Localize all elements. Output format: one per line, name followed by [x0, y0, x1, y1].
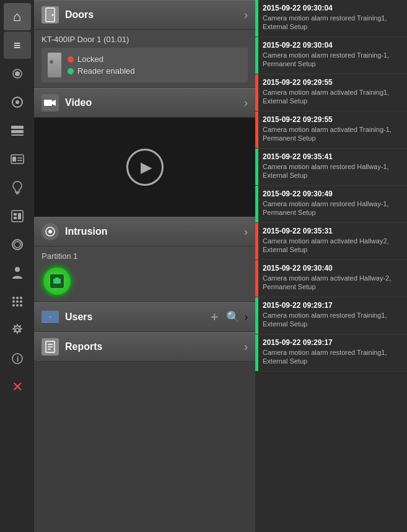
sidebar-home-icon[interactable]: ⌂ [4, 3, 31, 30]
event-timestamp: 2015-09-22 09:29:17 [263, 338, 402, 347]
reports-icon [42, 338, 59, 355]
users-search-icon[interactable]: 🔍 [226, 310, 240, 324]
event-description: Camera motion alarm restored Training1, … [263, 348, 402, 366]
sidebar-settings-icon[interactable] [4, 316, 31, 344]
event-indicator [255, 297, 258, 334]
sidebar-person-icon[interactable] [4, 259, 31, 287]
video-section-header[interactable]: Video › [34, 88, 255, 118]
event-indicator [255, 0, 258, 37]
users-add-icon[interactable]: + [211, 309, 219, 325]
event-description: Camera motion alarm restored Hallway-1, … [263, 199, 402, 217]
event-indicator [255, 74, 258, 111]
svg-point-19 [15, 267, 20, 272]
sidebar-circlebtn-icon[interactable] [4, 231, 31, 258]
event-description: Camera motion alarm restored Training-1,… [263, 51, 402, 69]
sidebar-grid-icon[interactable] [4, 288, 31, 315]
event-description: Camera motion alarm activated Hallway2, … [263, 237, 402, 255]
sidebar-bulb-icon[interactable] [4, 174, 31, 201]
svg-rect-13 [12, 211, 23, 222]
event-timestamp: 2015-09-22 09:29:55 [263, 78, 402, 87]
svg-point-41 [50, 316, 50, 317]
svg-point-26 [12, 304, 15, 307]
partition-icon[interactable] [42, 266, 72, 297]
event-item: 2015-09-22 09:35:31Camera motion alarm a… [255, 223, 407, 260]
users-label: Users [65, 312, 211, 323]
sidebar-cards-icon[interactable] [4, 117, 31, 144]
sidebar-menu-icon[interactable]: ≡ [4, 32, 31, 59]
sidebar-panel-icon[interactable] [4, 203, 31, 230]
svg-rect-6 [11, 134, 24, 136]
users-section-header[interactable]: Users + 🔍 › [34, 302, 255, 332]
sidebar-camera-icon[interactable] [4, 60, 31, 87]
event-item: 2015-09-22 09:29:17Camera motion alarm r… [255, 334, 407, 372]
sidebar-close-icon[interactable]: ✕ [4, 373, 31, 401]
event-item: 2015-09-22 09:30:40Camera motion alarm a… [255, 260, 407, 297]
doors-label: Doors [65, 9, 244, 20]
sidebar-circle-icon[interactable] [4, 89, 31, 116]
event-timestamp: 2015-09-22 09:35:41 [263, 152, 402, 161]
play-button[interactable]: ▶ [126, 149, 164, 186]
reports-section-header[interactable]: Reports › [34, 332, 255, 362]
intrusion-section-header[interactable]: Intrusion › [34, 217, 255, 246]
intrusion-label: Intrusion [65, 226, 244, 237]
svg-rect-40 [49, 316, 51, 318]
event-item: 2015-09-22 09:30:04Camera motion alarm r… [255, 0, 407, 37]
event-timestamp: 2015-09-22 09:35:31 [263, 227, 402, 235]
svg-point-3 [15, 100, 19, 104]
svg-point-28 [20, 304, 22, 307]
reader-dot [68, 68, 74, 74]
event-description: Camera motion alarm activated Training-1… [263, 125, 402, 143]
video-icon [42, 94, 59, 111]
partition-icon-inner [50, 274, 64, 288]
locked-label: Locked [77, 55, 103, 64]
event-timestamp: 2015-09-22 09:30:40 [263, 264, 402, 273]
event-item: 2015-09-22 09:29:17Camera motion alarm r… [255, 297, 407, 334]
svg-point-23 [12, 300, 15, 303]
event-description: Camera motion alarm restored Hallway-1, … [263, 162, 402, 180]
event-timestamp: 2015-09-22 09:30:49 [263, 190, 402, 198]
svg-point-37 [48, 230, 52, 233]
sidebar-idcard-icon[interactable] [4, 146, 31, 173]
event-indicator [255, 111, 258, 148]
door-item: KT-400IP Door 1 (01.01) Locked Reader en… [34, 30, 255, 88]
svg-point-24 [16, 300, 19, 303]
reader-label: Reader enabled [77, 66, 135, 76]
intrusion-content: Partition 1 [34, 246, 255, 302]
sidebar: ⌂ ≡ [0, 0, 34, 532]
events-panel: 2015-09-22 09:30:04Camera motion alarm r… [255, 0, 407, 532]
door-status-box: Locked Reader enabled [42, 48, 248, 82]
svg-point-34 [52, 14, 54, 16]
svg-point-20 [12, 297, 15, 299]
svg-text:i: i [17, 355, 19, 364]
video-player[interactable]: ▶ [34, 118, 255, 217]
event-item: 2015-09-22 09:30:49Camera motion alarm r… [255, 186, 407, 223]
svg-rect-39 [55, 277, 59, 279]
event-item: 2015-09-22 09:30:04Camera motion alarm r… [255, 37, 407, 74]
users-actions: + 🔍 [211, 309, 240, 325]
reports-label: Reports [65, 341, 244, 352]
event-description: Camera motion alarm restored Training1, … [263, 311, 402, 329]
door-image-icon [48, 53, 61, 77]
event-indicator [255, 186, 258, 222]
locked-status: Locked [68, 55, 135, 64]
intrusion-icon [42, 223, 59, 240]
main-content: Doors › KT-400IP Door 1 (01.01) Locked R… [34, 0, 255, 532]
video-chevron-icon: › [244, 97, 248, 110]
event-description: Camera motion alarm activated Training1,… [263, 88, 402, 106]
event-item: 2015-09-22 09:29:55Camera motion alarm a… [255, 111, 407, 149]
doors-section-header[interactable]: Doors › [34, 0, 255, 30]
svg-rect-4 [11, 126, 24, 129]
event-description: Camera motion alarm activated Hallway-2,… [263, 274, 402, 292]
svg-point-21 [16, 297, 19, 299]
event-indicator [255, 334, 258, 371]
video-label: Video [65, 97, 244, 108]
event-timestamp: 2015-09-22 09:30:04 [263, 41, 402, 50]
svg-rect-15 [14, 217, 17, 219]
sidebar-info-icon[interactable]: i [4, 345, 31, 372]
event-timestamp: 2015-09-22 09:29:55 [263, 115, 402, 124]
event-indicator [255, 149, 258, 185]
intrusion-chevron-icon: › [244, 225, 248, 238]
svg-rect-38 [53, 279, 61, 284]
door-status-text: Locked Reader enabled [68, 55, 135, 76]
event-item: 2015-09-22 09:35:41Camera motion alarm r… [255, 149, 407, 186]
